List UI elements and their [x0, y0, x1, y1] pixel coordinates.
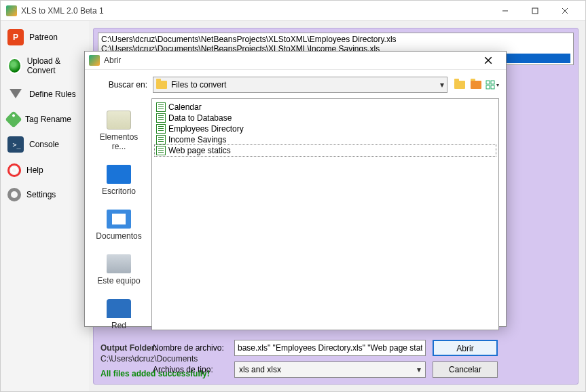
svg-rect-8	[486, 85, 490, 89]
lookin-toolbar: ▾	[453, 78, 499, 92]
place-label: Documentos	[96, 231, 141, 241]
app-title: XLS to XML 2.0 Beta 1	[21, 6, 490, 16]
sidebar-item-label: Tag Rename	[25, 115, 71, 124]
dialog-close-button[interactable]	[475, 52, 502, 69]
place-network[interactable]: Red	[107, 299, 131, 330]
place-label: Elementos re...	[92, 132, 146, 151]
svg-rect-1	[532, 8, 538, 14]
file-list-item[interactable]: Calendar	[155, 102, 496, 113]
sidebar-item-console[interactable]: >_ Console	[1, 131, 89, 158]
place-documents[interactable]: Documentos	[96, 210, 141, 241]
filetype-label: Archivos de tipo:	[153, 365, 227, 374]
place-label: Este equipo	[97, 276, 140, 286]
places-bar: Elementos re... Escritorio Documentos Es…	[92, 98, 146, 330]
filetype-value: xls and xlsx	[239, 365, 281, 374]
place-desktop[interactable]: Escritorio	[102, 165, 136, 196]
svg-rect-7	[491, 81, 494, 84]
filetype-select[interactable]: xls and xlsx ▾	[234, 361, 426, 378]
up-folder-button[interactable]	[453, 78, 466, 92]
file-list-item[interactable]: Web page statics	[155, 145, 496, 156]
sidebar-item-label: Define Rules	[29, 90, 76, 99]
sidebar-item-upload[interactable]: Upload & Convert	[1, 51, 89, 81]
open-button[interactable]: Abrir	[433, 340, 498, 356]
file-list-item[interactable]: Employees Directory	[155, 123, 496, 134]
sidebar-item-label: Upload & Convert	[27, 56, 82, 75]
xls-file-icon	[156, 124, 166, 134]
sidebar-item-label: Patreon	[29, 33, 58, 42]
sidebar-item-define-rules[interactable]: Define Rules	[1, 81, 89, 108]
place-label: Red	[111, 321, 126, 330]
lookin-select[interactable]: Files to convert ▾	[153, 77, 447, 93]
console-icon: >_	[7, 136, 24, 153]
new-folder-button[interactable]	[469, 78, 483, 92]
help-icon	[7, 163, 21, 177]
lookin-label: Buscar en:	[103, 80, 147, 90]
svg-rect-6	[486, 81, 490, 84]
file-list-item[interactable]: Data to Database	[155, 113, 496, 123]
file-name: Calendar	[168, 102, 202, 112]
sidebar-item-patreon[interactable]: P Patreon	[1, 24, 89, 51]
sidebar-item-settings[interactable]: Settings	[1, 182, 89, 207]
sidebar-item-label: Settings	[26, 190, 56, 199]
sidebar-item-label: Help	[26, 165, 43, 175]
file-name: Data to Database	[168, 113, 232, 123]
chevron-down-icon: ▾	[417, 365, 421, 374]
close-button[interactable]	[550, 1, 580, 20]
sidebar-item-tag-rename[interactable]: Tag Rename	[1, 108, 89, 131]
file-name: Income Savings	[168, 135, 226, 144]
xls-file-icon	[156, 113, 166, 123]
minimize-button[interactable]	[490, 1, 520, 20]
place-this-pc[interactable]: Este equipo	[97, 254, 140, 286]
place-recent[interactable]: Elementos re...	[92, 111, 146, 151]
chevron-down-icon: ▾	[440, 80, 444, 90]
documents-icon	[107, 210, 131, 229]
file-list-pane[interactable]: CalendarData to DatabaseEmployees Direct…	[151, 98, 499, 330]
xls-file-icon	[156, 102, 166, 112]
desktop-icon	[107, 165, 131, 184]
sidebar-item-label: Console	[29, 140, 59, 149]
recent-icon	[107, 111, 131, 130]
dialog-app-icon	[89, 55, 100, 66]
svg-rect-9	[491, 85, 494, 89]
lookin-value: Files to convert	[171, 80, 226, 90]
filename-input[interactable]	[234, 340, 426, 356]
app-icon	[6, 5, 17, 16]
tag-icon	[5, 111, 22, 128]
xls-file-icon	[156, 135, 166, 144]
dialog-titlebar: Abrir	[85, 52, 506, 70]
place-label: Escritorio	[102, 187, 136, 196]
network-icon	[107, 299, 131, 318]
file-name: Employees Directory	[168, 124, 244, 134]
file-name: Web page statics	[168, 146, 231, 155]
lookin-row: Buscar en: Files to convert ▾ ▾	[85, 70, 506, 98]
main-titlebar: XLS to XML 2.0 Beta 1	[1, 1, 585, 21]
filename-label: Nombre de archivo:	[153, 343, 227, 353]
input-file-row[interactable]: C:\Users\dcruz\Documents\NetBeansProject…	[101, 35, 570, 44]
sidebar-item-help[interactable]: Help	[1, 158, 89, 182]
funnel-icon	[7, 86, 24, 102]
view-menu-button[interactable]: ▾	[486, 78, 499, 92]
dialog-title: Abrir	[104, 56, 475, 65]
maximize-button[interactable]	[520, 1, 550, 20]
file-list-item[interactable]: Income Savings	[155, 134, 496, 145]
cancel-button[interactable]: Cancelar	[433, 361, 498, 378]
patreon-icon: P	[7, 29, 24, 45]
file-open-dialog: Abrir Buscar en: Files to convert ▾ ▾	[84, 51, 507, 327]
xls-file-icon	[156, 146, 166, 155]
folder-icon	[156, 81, 167, 89]
upload-icon	[7, 58, 22, 74]
gear-icon	[7, 188, 21, 201]
sidebar: P Patreon Upload & Convert Define Rules …	[1, 21, 89, 391]
this-pc-icon	[107, 254, 131, 273]
